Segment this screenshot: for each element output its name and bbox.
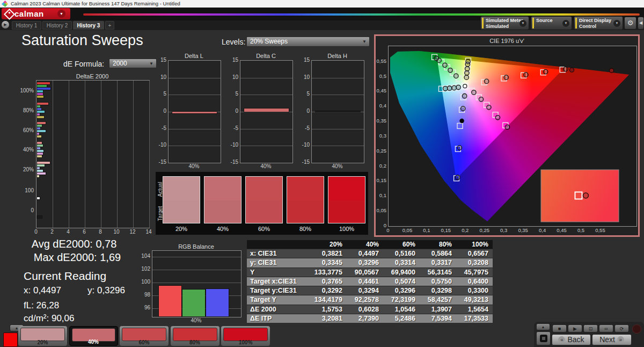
patch-button-20%[interactable]: 20% [18,326,67,346]
refresh-icon[interactable]: ⟳ [614,324,629,332]
de-formula-dropdown[interactable]: 2000 ▼ [109,59,157,68]
x-tick-label: 0 [32,229,40,235]
y-tick-label: 10 [229,74,238,80]
table-cell: 1,5654 [456,305,493,314]
measured-marker [472,90,476,95]
chevron-down-icon[interactable]: ▼ [613,20,620,27]
gridline [240,95,292,95]
gridline [240,112,292,112]
table-cell: 0,5864 [420,249,456,258]
cie-y-tick-label: 0,45 [376,88,386,93]
levels-dropdown[interactable]: 20% Sweeps ▼ [246,37,370,47]
y-tick-label: -15 [229,159,238,165]
de-bar [37,197,40,199]
workflow-menu-icon[interactable]: ▶ [2,21,9,28]
patch-button-40%[interactable]: 40% [69,326,118,346]
deltae2000-chart-title: DeltaE 2000 [36,73,149,79]
swatch-column [245,176,283,223]
table-cell: 0,3317 [420,258,456,267]
table-cell: 7,5394 [420,314,456,323]
group-label: 100% [16,88,34,93]
measured-marker [443,63,447,67]
inset-measured-marker [583,193,589,198]
de-bar [37,164,45,167]
gridline [85,81,85,228]
actual-swatch [328,177,365,200]
y-tick-label: -10 [157,142,166,148]
patch-button-label: 20% [18,339,67,345]
settings-gear-icon[interactable]: ⚙ [624,17,636,30]
x-category-label: 40% [311,163,363,169]
pattern-icon[interactable]: ⊡ [583,324,598,332]
max-de2000-stat: Max dE2000: 1,69 [24,251,131,264]
tab-history-2[interactable]: History 2 [42,21,72,30]
patch-button-100%[interactable]: 100% [221,326,270,346]
tab-add-button[interactable]: + [105,21,114,30]
cie-x-tick-label: 0,55 [594,227,606,233]
table-header-cell [247,240,310,249]
display-control-status-bar [575,18,577,28]
y-tick-label: -5 [157,125,166,131]
meter-dropdown[interactable]: Simulated Meter Simulated ▼ [480,16,529,30]
x-tick-label: 4 [64,229,72,235]
continuous-icon[interactable]: ∞ [599,324,613,332]
next-button[interactable]: Next » [592,334,632,345]
table-cell: 0,3821 [310,249,347,258]
de-bar [37,122,46,124]
table-cell: 0,3765 [310,277,347,286]
status-led [632,324,641,334]
target-swatch [246,200,282,223]
y-tick-label: -15 [157,159,166,165]
table-cell: 1,5753 [310,305,347,314]
stop-icon[interactable]: ■ [552,324,567,332]
patch-button-60%[interactable]: 60% [120,326,169,346]
patch-color-preview[interactable] [3,332,18,347]
de-bar [37,88,50,90]
group-label: 100 [16,187,34,193]
swatch-label: 40% [204,226,241,232]
deltae-plot [36,80,150,228]
swatch-label: 80% [287,226,324,232]
chevron-down-icon[interactable]: ▼ [562,20,569,27]
table-header-row: 20%40%60%80%100% [247,240,493,249]
table-cell: 0,5074 [383,277,420,286]
de-bar [37,96,43,98]
meter-status-bar [482,18,484,28]
table-cell: 0,6400 [456,277,493,286]
scroll-up-icon[interactable]: ▲ [536,323,550,330]
tab-history-1[interactable]: History 1 [12,21,41,30]
collapse-panel-icon[interactable]: ◀ [638,17,644,30]
gridline [133,81,134,228]
table-cell: 0,3294 [347,286,383,295]
actual-swatch [287,177,324,200]
patch-button-80%[interactable]: 80% [171,326,219,346]
tab-history-3[interactable]: History 3 [73,21,104,30]
table-cell: 0,3345 [310,258,347,267]
swatch-column [287,176,324,223]
de-bar [37,90,43,92]
table-row: Target y:CIE310,32920,32940,32960,32980,… [247,286,493,295]
source-dropdown[interactable]: Source ▼ [531,16,572,30]
rgb-bar-green [182,290,205,316]
gridline [169,95,221,95]
display-control-dropdown[interactable]: Direct Display Control ▼ [574,16,623,30]
de-bar [37,116,44,118]
cie-x-tick-label: 0,15 [440,227,452,233]
measured-marker [447,86,451,90]
play-icon[interactable]: ▶ [568,324,582,332]
calman-logo-button[interactable]: calman ▼ [2,8,70,19]
y-tick-label: -5 [300,125,310,131]
x-tick-label: 2 [48,229,56,235]
measured-marker [457,146,462,150]
de-bar [37,111,45,113]
measured-marker-red [610,68,614,73]
measured-marker [456,175,460,179]
logo-menu-chevron-icon[interactable]: ▼ [57,10,65,18]
stop-pattern-button[interactable] [536,331,551,345]
chevron-down-icon[interactable]: ▼ [519,20,526,27]
cie-y-tick-label: 0,15 [376,177,386,183]
back-button[interactable]: « Back [552,334,591,345]
measured-marker [461,106,465,111]
y-tick-label: -5 [229,125,238,131]
table-cell: 2,7390 [347,314,383,323]
